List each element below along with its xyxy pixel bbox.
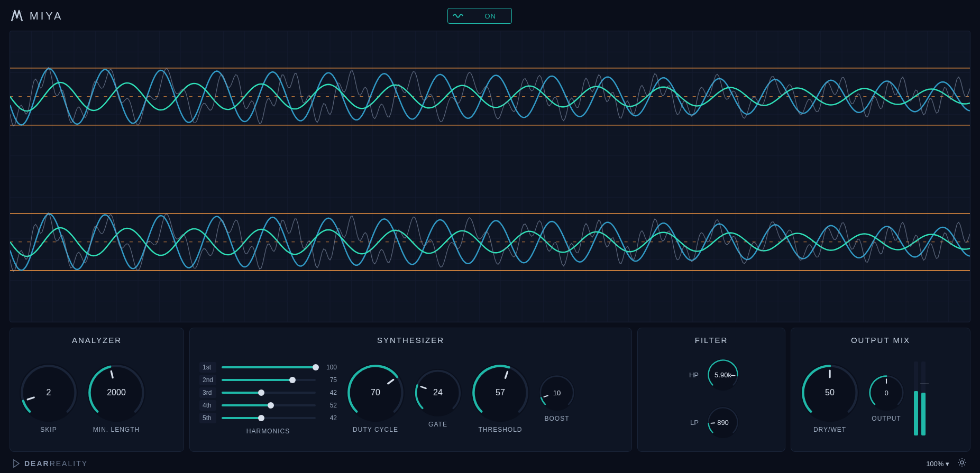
hp-label: HP <box>684 371 699 379</box>
control-panels: ANALYZER 2 SKIP 2000 MIN. LENGTH SYNTHES <box>10 328 970 452</box>
harmonic-track[interactable] <box>222 417 316 419</box>
harmonics-label: HARMONICS <box>246 428 290 435</box>
output-panel: OUTPUT MIX 50 DRY/WET 0 OUTPUT <box>791 328 970 452</box>
gate-knob[interactable]: 24 <box>414 369 462 416</box>
waveform-display <box>10 31 970 322</box>
gate-label: GATE <box>428 421 447 428</box>
output-knob[interactable]: 0 <box>868 375 904 411</box>
svg-line-118 <box>505 372 507 378</box>
brand-name-1: DEAR <box>24 459 50 468</box>
app-logo-icon <box>10 8 24 23</box>
skip-knob[interactable]: 2 <box>20 364 78 422</box>
waveform-channel-2 <box>10 177 970 322</box>
dry-wet-label: DRY/WET <box>813 426 846 433</box>
svg-line-116 <box>388 379 393 383</box>
power-toggle[interactable]: ON <box>447 8 512 24</box>
svg-point-124 <box>960 461 964 464</box>
brand-logo: DEARREALITY <box>13 459 88 468</box>
min-length-value: 2000 <box>107 388 126 397</box>
lp-value: 890 <box>717 419 729 426</box>
harmonics-sliders: 1st 100 2nd 75 3rd 42 4th 52 5th 42 <box>199 362 337 423</box>
harmonic-label: 4th <box>199 400 216 411</box>
synthesizer-panel: SYNTHESIZER 1st 100 2nd 75 3rd 42 4th 52 <box>189 328 632 452</box>
harmonic-slider-2[interactable]: 2nd 75 <box>199 375 337 385</box>
boost-knob[interactable]: 10 <box>539 375 575 411</box>
harmonic-label: 2nd <box>199 375 216 385</box>
skip-label: SKIP <box>40 426 57 433</box>
svg-line-114 <box>28 397 34 400</box>
synthesizer-title: SYNTHESIZER <box>199 336 622 345</box>
threshold-label: THRESHOLD <box>478 426 522 433</box>
harmonic-value: 42 <box>321 414 337 422</box>
harmonic-label: 5th <box>199 413 216 423</box>
duty-cycle-label: DUTY CYCLE <box>353 426 398 433</box>
meter-r <box>921 361 926 435</box>
filter-title: FILTER <box>647 336 775 345</box>
harmonic-track[interactable] <box>222 404 316 406</box>
app-name: MIYA <box>30 10 63 22</box>
svg-line-120 <box>731 375 735 376</box>
harmonic-value: 42 <box>321 389 337 396</box>
analyzer-title: ANALYZER <box>20 336 174 345</box>
logo: MIYA <box>10 8 63 23</box>
svg-line-121 <box>711 423 715 423</box>
svg-line-115 <box>111 371 113 377</box>
output-title: OUTPUT MIX <box>801 336 960 345</box>
output-meters <box>914 361 926 435</box>
wave-icon <box>448 12 469 20</box>
gear-icon[interactable] <box>957 457 967 470</box>
header: MIYA ON <box>10 5 970 26</box>
svg-line-117 <box>421 386 426 388</box>
output-value: 0 <box>884 389 888 397</box>
harmonic-value: 75 <box>321 376 337 384</box>
min-length-label: MIN. LENGTH <box>93 426 140 433</box>
duty-cycle-knob[interactable]: 70 <box>346 364 405 422</box>
lp-knob[interactable]: 890 <box>707 406 739 438</box>
hp-knob[interactable]: 5.90k <box>707 359 739 391</box>
harmonic-slider-5[interactable]: 5th 42 <box>199 413 337 423</box>
duty-cycle-value: 70 <box>371 388 380 397</box>
harmonic-slider-3[interactable]: 3rd 42 <box>199 387 337 398</box>
dry-wet-value: 50 <box>825 388 835 397</box>
harmonic-slider-1[interactable]: 1st 100 <box>199 362 337 373</box>
zoom-dropdown[interactable]: 100% ▾ <box>926 460 949 468</box>
output-label: OUTPUT <box>872 415 901 422</box>
power-state: ON <box>469 12 511 20</box>
brand-icon <box>13 459 20 468</box>
harmonic-track[interactable] <box>222 392 316 394</box>
lp-label: LP <box>684 419 699 426</box>
footer: DEARREALITY 100% ▾ <box>10 454 970 473</box>
svg-line-119 <box>544 396 547 397</box>
threshold-knob[interactable]: 57 <box>471 364 529 422</box>
harmonic-track[interactable] <box>222 366 316 368</box>
skip-value: 2 <box>47 388 51 397</box>
boost-value: 10 <box>553 389 561 397</box>
analyzer-panel: ANALYZER 2 SKIP 2000 MIN. LENGTH <box>10 328 184 452</box>
hp-value: 5.90k <box>715 371 731 379</box>
gate-value: 24 <box>433 388 443 397</box>
brand-name-2: REALITY <box>50 459 88 468</box>
waveform-channel-1 <box>10 31 970 177</box>
dry-wet-knob[interactable]: 50 <box>801 364 859 422</box>
meter-l <box>914 361 918 435</box>
boost-label: BOOST <box>544 415 569 422</box>
harmonic-label: 1st <box>199 362 216 373</box>
filter-panel: FILTER HP 5.90k LP 890 <box>637 328 785 452</box>
harmonic-slider-4[interactable]: 4th 52 <box>199 400 337 411</box>
harmonic-value: 100 <box>321 364 337 371</box>
harmonic-label: 3rd <box>199 387 216 398</box>
min-length-knob[interactable]: 2000 <box>87 364 145 422</box>
harmonic-track[interactable] <box>222 379 316 381</box>
harmonic-value: 52 <box>321 402 337 409</box>
threshold-value: 57 <box>496 388 505 397</box>
